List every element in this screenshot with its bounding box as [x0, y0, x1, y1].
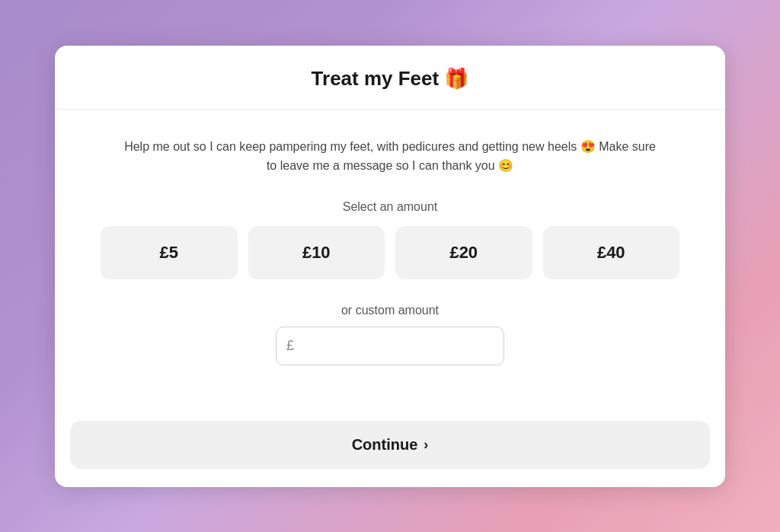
main-card: Treat my Feet 🎁 Help me out so I can kee…: [55, 46, 725, 487]
amount-button-5[interactable]: £5: [101, 226, 238, 279]
continue-label: Continue: [352, 436, 418, 454]
title-emoji: 🎁: [444, 67, 468, 90]
title-text: Treat my Feet: [312, 67, 440, 90]
desc-emoji2: 😊: [498, 159, 513, 172]
amount-value-10: £10: [302, 243, 331, 262]
card-footer: Continue ›: [55, 421, 725, 487]
chevron-icon: ›: [424, 437, 428, 453]
card-header: Treat my Feet 🎁: [55, 46, 725, 110]
amount-label: Select an amount: [343, 200, 438, 214]
desc-part1: Help me out so I can keep pampering my f…: [124, 140, 577, 153]
amount-value-40: £40: [597, 243, 625, 262]
desc-emoji1: 😍: [580, 140, 599, 153]
amount-value-5: £5: [160, 243, 178, 262]
page-title: Treat my Feet 🎁: [85, 67, 695, 91]
custom-amount-input[interactable]: [276, 327, 504, 365]
amount-button-20[interactable]: £20: [395, 226, 532, 279]
amount-button-10[interactable]: £10: [248, 226, 385, 279]
card-body: Help me out so I can keep pampering my f…: [55, 110, 725, 421]
description-text: Help me out so I can keep pampering my f…: [123, 137, 657, 176]
continue-button[interactable]: Continue ›: [70, 421, 710, 469]
amount-button-40[interactable]: £40: [543, 226, 680, 279]
amount-grid: £5 £10 £20 £40: [101, 226, 679, 279]
amount-value-20: £20: [449, 243, 478, 262]
custom-input-wrapper: £: [276, 327, 504, 365]
custom-label: or custom amount: [341, 304, 439, 317]
